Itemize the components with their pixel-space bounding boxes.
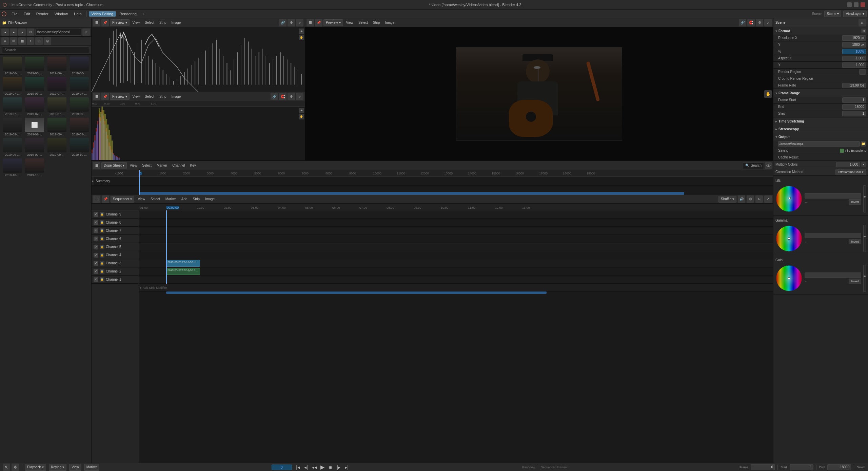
gain-arrows-button[interactable]: ↔ [805,280,808,283]
waveform-strip[interactable]: Strip [157,20,169,25]
seq-sync-button[interactable]: ↻ [755,195,763,203]
waveform-fullscreen-button[interactable]: ⤢ [296,19,303,26]
list-item[interactable]: 2019-10-... [24,158,45,177]
dope-key[interactable]: Key [188,163,198,168]
waveform-pin-button[interactable]: 📌 [101,19,109,26]
sort-button[interactable]: ↕ [27,37,34,45]
dope-select[interactable]: Select [140,163,154,168]
workspace-rendering[interactable]: Rendering [117,11,139,17]
preview-image[interactable]: Image [383,20,396,25]
preview-mode-dropdown[interactable]: Preview▾ [323,19,343,26]
list-item[interactable]: 2019-07-... [46,76,68,96]
hidden-files-button[interactable]: ◎ [44,37,51,45]
format-section-header[interactable]: ▾ Format ⊞ [773,27,868,35]
lift-invert-button[interactable]: Invert [849,199,861,205]
waveform2-magnet-button[interactable]: 🧲 [279,93,287,100]
frame-rate-value[interactable]: 23.98 fps [842,83,866,88]
frame-end-value[interactable]: 18000 [842,104,866,110]
lift-color-wheel[interactable] [775,185,803,212]
maximize-button[interactable] [854,2,859,7]
waveform-menu-button[interactable]: ☰ [93,19,100,26]
waveform-view[interactable]: View [131,20,142,25]
dope-collapse-arrow[interactable]: ▸ [92,177,94,185]
list-item[interactable]: ⬜ 2019-09-... [24,117,45,137]
waveform2-select[interactable]: Select [143,94,156,99]
file-ext-checkbox[interactable] [840,149,844,153]
list-item[interactable]: 2019-10-... [1,158,23,177]
gamma-color-wheel[interactable] [775,225,803,252]
hand-tool-button[interactable]: ✋ [764,90,772,98]
waveform-image[interactable]: Image [169,20,183,25]
viewlayer-dropdown[interactable]: ViewLayer ▾ [843,11,867,17]
list-item[interactable]: 2019-06-... [1,56,23,76]
channel-2-eye[interactable]: ✓ [94,269,98,274]
seq-pin-button[interactable]: 📌 [102,195,109,203]
seq-fullscreen-button[interactable]: ⤢ [764,195,772,203]
add-strip-modifier-button[interactable]: ▸ Add Strip Modifier [140,286,167,289]
lift-arrows-button[interactable]: ↔ [805,200,808,204]
list-item[interactable]: 2019-09-... [68,117,90,137]
seq-settings-button[interactable]: ⚙ [747,195,754,203]
waveform-select[interactable]: Select [143,20,156,25]
res-pct-value[interactable]: 100% [842,49,866,54]
workspace-video-editing[interactable]: Video Editing [89,11,116,17]
time-stretching-header[interactable]: ▸ Time Stretching [773,117,868,125]
list-item[interactable]: 2019-06-... [24,56,45,76]
preview-view[interactable]: View [344,20,356,25]
waveform-mode-dropdown[interactable]: Preview▾ [110,19,130,26]
move-tool[interactable]: ✥ [12,464,19,471]
seq-view[interactable]: View [136,196,147,202]
list-item[interactable]: 2019-09-... [1,117,23,137]
refresh-button[interactable]: ↺ [27,29,34,36]
path-display[interactable]: /home/wesley/Videos/ [35,29,81,36]
video-clip-ch3[interactable]: 2019-05-23 22-18-30.m [166,260,200,267]
frame-step-value[interactable]: 1 [842,111,866,116]
channel-5-eye[interactable]: ✓ [94,245,98,249]
channel-6-lock[interactable]: 🔒 [100,237,104,241]
dope-scrollbar[interactable] [92,192,773,195]
output-browse-button[interactable]: 📁 [861,141,866,147]
waveform2-settings-button[interactable]: ⚙ [288,93,295,100]
close-button[interactable] [861,2,865,7]
preview-select[interactable]: Select [356,20,370,25]
waveform2-strip[interactable]: Strip [157,94,169,99]
playback-dropdown[interactable]: Playback▾ [25,464,46,471]
marker-dropdown[interactable]: Marker [84,464,99,471]
waveform2-fullscreen-button[interactable]: ⤢ [296,93,303,100]
dope-mode-dropdown[interactable]: Dope Sheet▾ [101,162,127,169]
channel-1-lock[interactable]: 🔒 [100,277,104,282]
format-pin-button[interactable]: ⊞ [861,29,866,33]
channel-4-eye[interactable]: ✓ [94,253,98,258]
aspect-x-value[interactable]: 1.000 [842,56,866,61]
list-item[interactable]: 2019-09-... [1,137,23,157]
res-y-value[interactable]: 1080 px [842,42,866,48]
frame-range-header[interactable]: ▾ Frame Range [773,89,868,97]
lift-value-input[interactable] [805,193,861,199]
seq-mode-dropdown[interactable]: Sequencer▾ [111,196,134,203]
channel-2-lock[interactable]: 🔒 [100,269,104,274]
lift-slider[interactable] [863,185,866,212]
output-section-header[interactable]: ▾ Output [773,133,868,140]
waveform2-pin-button[interactable]: 📌 [101,93,109,100]
dope-marker[interactable]: Marker [155,163,169,168]
preview-fullscreen-button[interactable]: ⤢ [764,19,772,26]
menu-help[interactable]: Help [71,11,84,17]
gain-value-input[interactable] [805,272,861,278]
list-item[interactable]: 2019-06-... [68,56,90,76]
frame-position-display[interactable]: 0 [272,465,292,470]
list-item[interactable]: 2019-09-... [24,137,45,157]
seq-select-menu[interactable]: Select [149,196,162,202]
channel-5-lock[interactable]: 🔒 [100,245,104,249]
menu-edit[interactable]: Edit [21,11,33,17]
hist-pan-button[interactable]: ✋ [299,114,304,119]
bookmark-button[interactable]: ☆ [82,29,90,36]
seq-strip[interactable]: Strip [191,196,202,202]
dope-channel[interactable]: Channel [170,163,187,168]
nav-forward-button[interactable]: ▸ [10,29,17,36]
waveform2-menu-button[interactable]: ☰ [93,93,100,100]
preview-strip[interactable]: Strip [371,20,382,25]
hist-zoom-button[interactable]: ⊕ [299,108,304,113]
list-item[interactable]: 2019-07-... [1,76,23,96]
list-item[interactable]: 2019-06-... [46,56,68,76]
dope-pin-button[interactable]: ◁▷ [765,162,772,169]
